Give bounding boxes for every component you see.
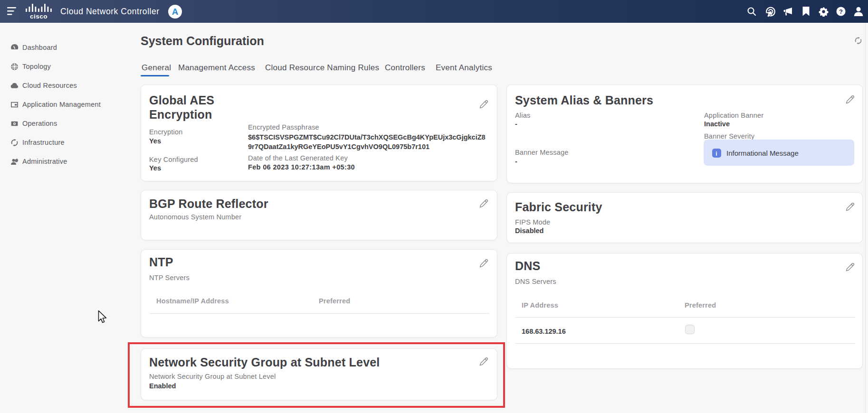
svg-text:A: A bbox=[172, 7, 178, 17]
svg-text:cisco: cisco bbox=[30, 13, 48, 19]
svg-text:?: ? bbox=[839, 8, 843, 15]
